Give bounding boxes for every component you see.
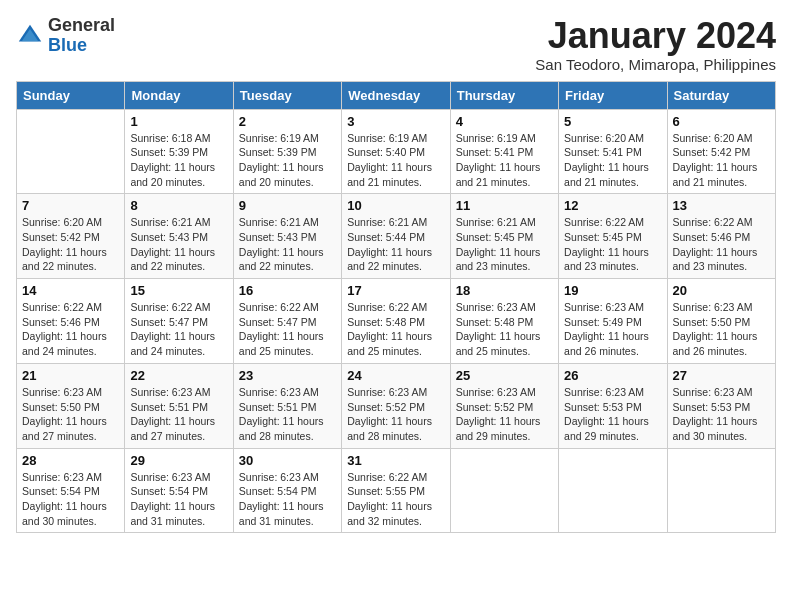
day-number: 23 xyxy=(239,368,336,383)
day-info: Sunrise: 6:19 AM Sunset: 5:41 PM Dayligh… xyxy=(456,131,553,190)
day-cell-18: 18Sunrise: 6:23 AM Sunset: 5:48 PM Dayli… xyxy=(450,279,558,364)
empty-cell xyxy=(667,448,775,533)
week-row-5: 28Sunrise: 6:23 AM Sunset: 5:54 PM Dayli… xyxy=(17,448,776,533)
day-number: 8 xyxy=(130,198,227,213)
day-number: 5 xyxy=(564,114,661,129)
header-tuesday: Tuesday xyxy=(233,81,341,109)
day-info: Sunrise: 6:23 AM Sunset: 5:54 PM Dayligh… xyxy=(22,470,119,529)
day-number: 15 xyxy=(130,283,227,298)
day-cell-27: 27Sunrise: 6:23 AM Sunset: 5:53 PM Dayli… xyxy=(667,363,775,448)
day-cell-6: 6Sunrise: 6:20 AM Sunset: 5:42 PM Daylig… xyxy=(667,109,775,194)
day-info: Sunrise: 6:22 AM Sunset: 5:55 PM Dayligh… xyxy=(347,470,444,529)
day-info: Sunrise: 6:22 AM Sunset: 5:46 PM Dayligh… xyxy=(673,215,770,274)
logo-general: General xyxy=(48,16,115,36)
day-number: 16 xyxy=(239,283,336,298)
week-row-3: 14Sunrise: 6:22 AM Sunset: 5:46 PM Dayli… xyxy=(17,279,776,364)
day-cell-19: 19Sunrise: 6:23 AM Sunset: 5:49 PM Dayli… xyxy=(559,279,667,364)
logo-blue: Blue xyxy=(48,36,115,56)
day-cell-22: 22Sunrise: 6:23 AM Sunset: 5:51 PM Dayli… xyxy=(125,363,233,448)
day-number: 14 xyxy=(22,283,119,298)
day-number: 22 xyxy=(130,368,227,383)
day-info: Sunrise: 6:23 AM Sunset: 5:49 PM Dayligh… xyxy=(564,300,661,359)
day-cell-10: 10Sunrise: 6:21 AM Sunset: 5:44 PM Dayli… xyxy=(342,194,450,279)
day-info: Sunrise: 6:23 AM Sunset: 5:54 PM Dayligh… xyxy=(239,470,336,529)
day-number: 21 xyxy=(22,368,119,383)
day-cell-21: 21Sunrise: 6:23 AM Sunset: 5:50 PM Dayli… xyxy=(17,363,125,448)
day-cell-28: 28Sunrise: 6:23 AM Sunset: 5:54 PM Dayli… xyxy=(17,448,125,533)
day-number: 24 xyxy=(347,368,444,383)
day-cell-13: 13Sunrise: 6:22 AM Sunset: 5:46 PM Dayli… xyxy=(667,194,775,279)
day-number: 30 xyxy=(239,453,336,468)
logo: General Blue xyxy=(16,16,115,56)
day-number: 4 xyxy=(456,114,553,129)
day-number: 11 xyxy=(456,198,553,213)
header-saturday: Saturday xyxy=(667,81,775,109)
day-cell-8: 8Sunrise: 6:21 AM Sunset: 5:43 PM Daylig… xyxy=(125,194,233,279)
day-info: Sunrise: 6:18 AM Sunset: 5:39 PM Dayligh… xyxy=(130,131,227,190)
day-number: 12 xyxy=(564,198,661,213)
day-cell-17: 17Sunrise: 6:22 AM Sunset: 5:48 PM Dayli… xyxy=(342,279,450,364)
day-number: 28 xyxy=(22,453,119,468)
logo-icon xyxy=(16,22,44,50)
day-number: 29 xyxy=(130,453,227,468)
empty-cell xyxy=(17,109,125,194)
day-cell-2: 2Sunrise: 6:19 AM Sunset: 5:39 PM Daylig… xyxy=(233,109,341,194)
day-info: Sunrise: 6:23 AM Sunset: 5:54 PM Dayligh… xyxy=(130,470,227,529)
week-row-4: 21Sunrise: 6:23 AM Sunset: 5:50 PM Dayli… xyxy=(17,363,776,448)
day-info: Sunrise: 6:21 AM Sunset: 5:43 PM Dayligh… xyxy=(130,215,227,274)
day-number: 31 xyxy=(347,453,444,468)
day-cell-30: 30Sunrise: 6:23 AM Sunset: 5:54 PM Dayli… xyxy=(233,448,341,533)
day-number: 18 xyxy=(456,283,553,298)
day-cell-7: 7Sunrise: 6:20 AM Sunset: 5:42 PM Daylig… xyxy=(17,194,125,279)
day-info: Sunrise: 6:20 AM Sunset: 5:42 PM Dayligh… xyxy=(22,215,119,274)
empty-cell xyxy=(450,448,558,533)
day-cell-26: 26Sunrise: 6:23 AM Sunset: 5:53 PM Dayli… xyxy=(559,363,667,448)
day-info: Sunrise: 6:22 AM Sunset: 5:46 PM Dayligh… xyxy=(22,300,119,359)
day-number: 26 xyxy=(564,368,661,383)
day-info: Sunrise: 6:23 AM Sunset: 5:48 PM Dayligh… xyxy=(456,300,553,359)
header-friday: Friday xyxy=(559,81,667,109)
day-cell-12: 12Sunrise: 6:22 AM Sunset: 5:45 PM Dayli… xyxy=(559,194,667,279)
day-number: 1 xyxy=(130,114,227,129)
header-thursday: Thursday xyxy=(450,81,558,109)
day-number: 13 xyxy=(673,198,770,213)
day-cell-20: 20Sunrise: 6:23 AM Sunset: 5:50 PM Dayli… xyxy=(667,279,775,364)
day-number: 3 xyxy=(347,114,444,129)
day-cell-24: 24Sunrise: 6:23 AM Sunset: 5:52 PM Dayli… xyxy=(342,363,450,448)
day-info: Sunrise: 6:23 AM Sunset: 5:50 PM Dayligh… xyxy=(673,300,770,359)
week-row-1: 1Sunrise: 6:18 AM Sunset: 5:39 PM Daylig… xyxy=(17,109,776,194)
logo-text: General Blue xyxy=(48,16,115,56)
day-info: Sunrise: 6:19 AM Sunset: 5:39 PM Dayligh… xyxy=(239,131,336,190)
day-cell-3: 3Sunrise: 6:19 AM Sunset: 5:40 PM Daylig… xyxy=(342,109,450,194)
month-title: January 2024 xyxy=(535,16,776,56)
day-info: Sunrise: 6:22 AM Sunset: 5:48 PM Dayligh… xyxy=(347,300,444,359)
day-number: 17 xyxy=(347,283,444,298)
day-info: Sunrise: 6:21 AM Sunset: 5:45 PM Dayligh… xyxy=(456,215,553,274)
day-cell-31: 31Sunrise: 6:22 AM Sunset: 5:55 PM Dayli… xyxy=(342,448,450,533)
day-number: 7 xyxy=(22,198,119,213)
header-sunday: Sunday xyxy=(17,81,125,109)
day-info: Sunrise: 6:23 AM Sunset: 5:52 PM Dayligh… xyxy=(456,385,553,444)
calendar-header-row: SundayMondayTuesdayWednesdayThursdayFrid… xyxy=(17,81,776,109)
day-info: Sunrise: 6:22 AM Sunset: 5:45 PM Dayligh… xyxy=(564,215,661,274)
day-number: 9 xyxy=(239,198,336,213)
day-cell-11: 11Sunrise: 6:21 AM Sunset: 5:45 PM Dayli… xyxy=(450,194,558,279)
day-info: Sunrise: 6:23 AM Sunset: 5:51 PM Dayligh… xyxy=(130,385,227,444)
day-info: Sunrise: 6:23 AM Sunset: 5:50 PM Dayligh… xyxy=(22,385,119,444)
day-cell-5: 5Sunrise: 6:20 AM Sunset: 5:41 PM Daylig… xyxy=(559,109,667,194)
day-number: 2 xyxy=(239,114,336,129)
empty-cell xyxy=(559,448,667,533)
calendar-table: SundayMondayTuesdayWednesdayThursdayFrid… xyxy=(16,81,776,534)
day-info: Sunrise: 6:22 AM Sunset: 5:47 PM Dayligh… xyxy=(130,300,227,359)
day-info: Sunrise: 6:21 AM Sunset: 5:43 PM Dayligh… xyxy=(239,215,336,274)
location: San Teodoro, Mimaropa, Philippines xyxy=(535,56,776,73)
day-cell-9: 9Sunrise: 6:21 AM Sunset: 5:43 PM Daylig… xyxy=(233,194,341,279)
day-info: Sunrise: 6:23 AM Sunset: 5:53 PM Dayligh… xyxy=(673,385,770,444)
day-cell-23: 23Sunrise: 6:23 AM Sunset: 5:51 PM Dayli… xyxy=(233,363,341,448)
day-cell-14: 14Sunrise: 6:22 AM Sunset: 5:46 PM Dayli… xyxy=(17,279,125,364)
day-cell-16: 16Sunrise: 6:22 AM Sunset: 5:47 PM Dayli… xyxy=(233,279,341,364)
day-cell-25: 25Sunrise: 6:23 AM Sunset: 5:52 PM Dayli… xyxy=(450,363,558,448)
day-cell-4: 4Sunrise: 6:19 AM Sunset: 5:41 PM Daylig… xyxy=(450,109,558,194)
day-info: Sunrise: 6:20 AM Sunset: 5:42 PM Dayligh… xyxy=(673,131,770,190)
day-info: Sunrise: 6:21 AM Sunset: 5:44 PM Dayligh… xyxy=(347,215,444,274)
